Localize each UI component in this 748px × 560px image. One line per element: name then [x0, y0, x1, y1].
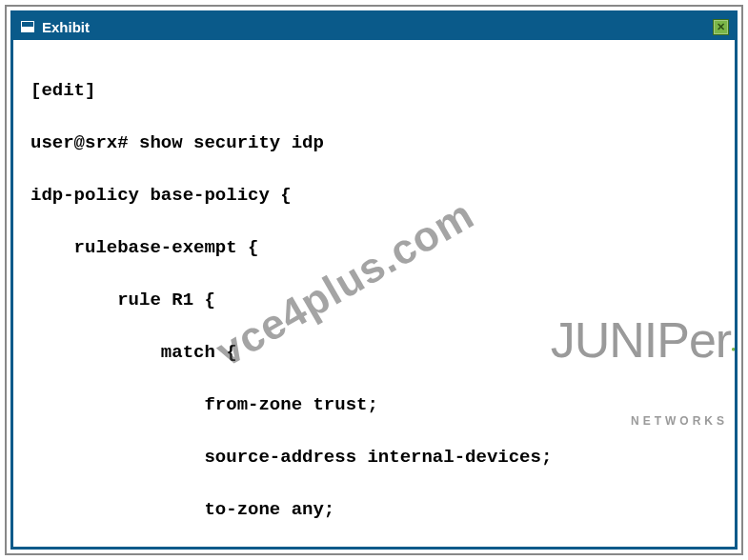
terminal-line: idp-policy base-policy {	[30, 183, 718, 210]
terminal-line: rulebase-exempt {	[30, 235, 718, 262]
svg-rect-1	[29, 28, 33, 31]
terminal-line: to-zone any;	[30, 497, 718, 524]
terminal-output: [edit] user@srx# show security idp idp-p…	[13, 40, 735, 547]
close-icon: ✕	[717, 22, 725, 32]
exhibit-window: Exhibit ✕ [edit] user@srx# show security…	[10, 10, 738, 550]
terminal-line: user@srx# show security idp	[30, 130, 718, 157]
titlebar: Exhibit ✕	[13, 13, 735, 40]
terminal-line: from-zone trust;	[30, 392, 718, 419]
close-button[interactable]: ✕	[713, 19, 729, 35]
terminal-line: rule R1 {	[30, 288, 718, 314]
window-title: Exhibit	[42, 19, 90, 35]
terminal-line: [edit]	[30, 78, 718, 105]
terminal-line: source-address internal-devices;	[30, 445, 718, 471]
svg-rect-0	[22, 28, 27, 31]
terminal-line: match {	[30, 340, 718, 367]
outer-border: Exhibit ✕ [edit] user@srx# show security…	[5, 5, 743, 555]
app-icon	[19, 18, 36, 35]
